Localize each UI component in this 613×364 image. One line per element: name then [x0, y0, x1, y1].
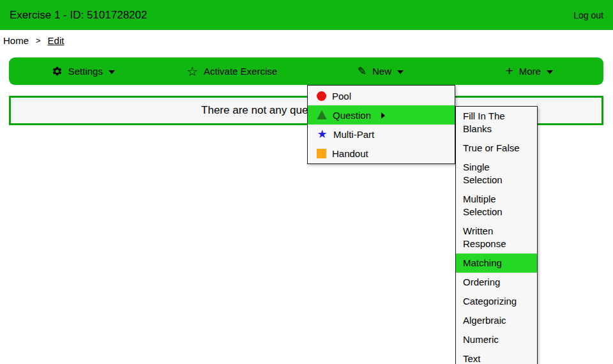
activate-exercise-label: Activate Exercise [204, 66, 277, 77]
breadcrumb: Home > Edit [3, 35, 64, 46]
breadcrumb-edit[interactable]: Edit [48, 35, 64, 46]
menu-item-label: Pool [332, 91, 351, 102]
menu-item-handout[interactable]: Handout [308, 144, 455, 163]
handout-square-icon [317, 149, 326, 158]
question-submenu: Fill In The Blanks True or False Single … [455, 106, 538, 364]
activate-exercise-button[interactable]: ☆ Activate Exercise [158, 57, 306, 85]
new-dropdown-menu: Pool Question ★ Multi-Part Handout [307, 85, 455, 164]
breadcrumb-home[interactable]: Home [3, 35, 29, 46]
plus-icon: + [505, 64, 513, 77]
chevron-down-icon [547, 70, 553, 74]
submenu-item-matching[interactable]: Matching [456, 254, 537, 273]
submenu-item-fill-in-the-blanks[interactable]: Fill In The Blanks [456, 107, 537, 139]
menu-item-label: Handout [332, 148, 368, 159]
settings-button[interactable]: Settings [9, 57, 158, 85]
submenu-item-categorizing[interactable]: Categorizing [456, 292, 537, 311]
star-outline-icon: ☆ [186, 65, 198, 78]
menu-item-multi-part[interactable]: ★ Multi-Part [308, 125, 455, 144]
gear-icon [52, 66, 63, 77]
settings-label: Settings [68, 66, 103, 77]
submenu-item-single-selection[interactable]: Single Selection [456, 158, 537, 190]
more-label: More [519, 66, 541, 77]
pool-circle-icon [317, 91, 326, 101]
submenu-item-written-response[interactable]: Written Response [456, 222, 537, 254]
logout-link[interactable]: Log out [573, 10, 603, 20]
app-header: Exercise 1 - ID: 5101728202 Log out [0, 0, 613, 30]
page-title: Exercise 1 - ID: 5101728202 [10, 9, 147, 22]
toolbar: Settings ☆ Activate Exercise ✎ New + Mor… [9, 57, 603, 85]
new-label: New [372, 66, 391, 77]
submenu-arrow-icon [381, 112, 385, 119]
chevron-down-icon [397, 70, 404, 74]
menu-item-pool[interactable]: Pool [308, 86, 455, 105]
submenu-item-numeric[interactable]: Numeric [456, 330, 537, 349]
chevron-down-icon [109, 70, 115, 74]
submenu-item-text[interactable]: Text [456, 349, 537, 364]
multipart-star-icon: ★ [317, 130, 328, 139]
submenu-item-algerbraic[interactable]: Algerbraic [456, 311, 537, 330]
submenu-item-ordering[interactable]: Ordering [456, 273, 537, 292]
new-button[interactable]: ✎ New [306, 57, 455, 85]
breadcrumb-separator: > [36, 36, 41, 45]
menu-item-label: Question [333, 110, 371, 121]
more-button[interactable]: + More [455, 57, 603, 85]
question-triangle-icon [317, 110, 327, 119]
submenu-item-multiple-selection[interactable]: Multiple Selection [456, 190, 537, 222]
menu-item-question[interactable]: Question [308, 105, 455, 125]
menu-item-label: Multi-Part [333, 129, 374, 140]
submenu-item-true-or-false[interactable]: True or False [456, 139, 537, 158]
pencil-icon: ✎ [358, 66, 367, 77]
